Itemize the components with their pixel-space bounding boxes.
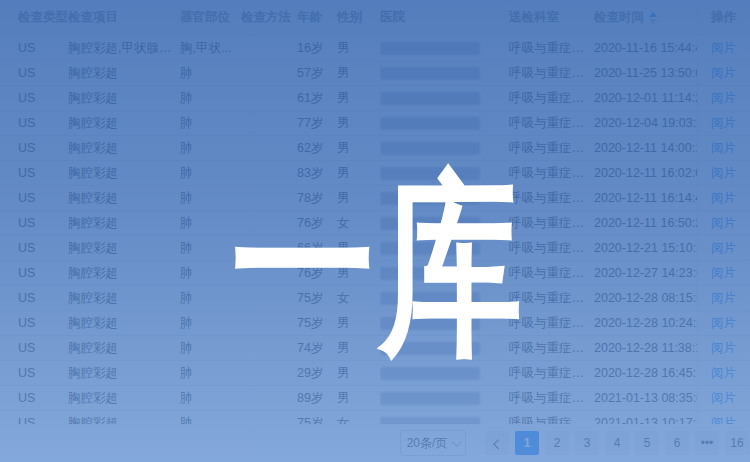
cell-value-dept: 呼吸与重症医... (509, 136, 588, 160)
page-button-16[interactable]: 16 (725, 431, 749, 455)
cell-item: 胸腔彩超 (68, 86, 180, 110)
cell-hospital (380, 136, 509, 160)
page-button-3[interactable]: 3 (575, 431, 599, 455)
read-film-link[interactable]: 阅片 (711, 315, 736, 332)
cell-hospital (380, 211, 509, 235)
cell-type: US (18, 111, 68, 135)
read-film-link[interactable]: 阅片 (711, 140, 736, 157)
cell-organ: 肺 (180, 111, 241, 135)
cell-value-organ: 肺 (180, 336, 193, 360)
cell-dept: 呼吸与重症医... (509, 261, 594, 285)
cell-value-item: 胸腔彩超 (68, 186, 118, 210)
cell-value-gender: 男 (337, 140, 350, 157)
cell-action: 阅片 (697, 286, 750, 310)
cell-type: US (18, 61, 68, 85)
cell-item: 胸腔彩超 (68, 236, 180, 260)
redacted-hospital-value (380, 317, 480, 330)
read-film-link[interactable]: 阅片 (711, 115, 736, 132)
column-header-hospital: 医院 (380, 0, 509, 35)
cell-age: 78岁 (297, 186, 337, 210)
cell-value-type: US (18, 216, 35, 230)
cell-dept: 呼吸与重症医... (509, 211, 594, 235)
more-pages-button[interactable]: ••• (695, 431, 719, 455)
cell-dept: 呼吸与重症医... (509, 61, 594, 85)
cell-gender: 男 (337, 386, 380, 410)
column-header-organ: 器官部位 (180, 0, 241, 35)
cell-type: US (18, 311, 68, 335)
cell-method (241, 111, 297, 135)
cell-hospital (380, 161, 509, 185)
cell-value-item: 胸腔彩超 (68, 111, 118, 135)
cell-value-age: 76岁 (297, 265, 323, 282)
cell-value-dept: 呼吸与重症医... (509, 261, 588, 285)
cell-dept: 呼吸与重症医... (509, 386, 594, 410)
column-header-label: 检查方法 (241, 9, 291, 26)
cell-value-dept: 呼吸与重症医... (509, 311, 588, 335)
cell-gender: 男 (337, 136, 380, 160)
cell-value-item: 胸腔彩超 (68, 386, 118, 410)
cell-value-organ: 肺 (180, 186, 193, 210)
redacted-hospital-value (380, 367, 480, 380)
cell-organ: 肺 (180, 211, 241, 235)
read-film-link[interactable]: 阅片 (711, 215, 736, 232)
cell-value-item: 胸腔彩超 (68, 61, 118, 85)
page-size-select[interactable]: 20条/页 (400, 430, 466, 456)
page-button-6[interactable]: 6 (665, 431, 689, 455)
redacted-hospital-value (380, 117, 480, 130)
cell-value-item: 胸腔彩超 (68, 261, 118, 285)
cell-value-gender: 男 (337, 90, 350, 107)
cell-value-time: 2020-12-01 11:14:21 (594, 91, 697, 105)
cell-organ: 肺 (180, 86, 241, 110)
table-row: US胸腔彩超肺83岁男呼吸与重症医...2020-12-11 16:02:05阅… (0, 161, 750, 186)
cell-age: 62岁 (297, 136, 337, 160)
cell-value-time: 2020-12-21 15:10:33 (594, 241, 697, 255)
page-button-2[interactable]: 2 (545, 431, 569, 455)
cell-age: 29岁 (297, 361, 337, 385)
read-film-link[interactable]: 阅片 (711, 165, 736, 182)
cell-age: 61岁 (297, 86, 337, 110)
cell-value-dept: 呼吸与重症医... (509, 86, 588, 110)
read-film-link[interactable]: 阅片 (711, 90, 736, 107)
redacted-hospital-value (380, 192, 480, 205)
cell-item: 胸腔彩超 (68, 286, 180, 310)
cell-value-gender: 男 (337, 315, 350, 332)
cell-method (241, 136, 297, 160)
cell-value-organ: 肺 (180, 86, 193, 110)
page-button-1[interactable]: 1 (515, 431, 539, 455)
page-button-4[interactable]: 4 (605, 431, 629, 455)
cell-gender: 男 (337, 111, 380, 135)
cell-value-dept: 呼吸与重症医... (509, 111, 588, 135)
cell-time: 2020-12-27 14:23:04 (594, 261, 697, 285)
cell-value-type: US (18, 366, 35, 380)
prev-page-button[interactable] (485, 431, 509, 455)
cell-organ: 肺 (180, 136, 241, 160)
read-film-link[interactable]: 阅片 (711, 40, 736, 57)
read-film-link[interactable]: 阅片 (711, 365, 736, 382)
cell-action: 阅片 (697, 261, 750, 285)
cell-age: 74岁 (297, 336, 337, 360)
cell-type: US (18, 236, 68, 260)
cell-value-time: 2020-12-28 10:24:30 (594, 316, 697, 330)
read-film-link[interactable]: 阅片 (711, 190, 736, 207)
read-film-link[interactable]: 阅片 (711, 290, 736, 307)
read-film-link[interactable]: 阅片 (711, 340, 736, 357)
page-button-5[interactable]: 5 (635, 431, 659, 455)
read-film-link[interactable]: 阅片 (711, 390, 736, 407)
cell-value-dept: 呼吸与重症医... (509, 336, 588, 360)
cell-action: 阅片 (697, 136, 750, 160)
cell-organ: 胸,甲状... (180, 36, 241, 60)
read-film-link[interactable]: 阅片 (711, 65, 736, 82)
read-film-link[interactable]: 阅片 (711, 240, 736, 257)
cell-time: 2020-11-16 15:44:49 (594, 36, 697, 60)
cell-hospital (380, 386, 509, 410)
cell-value-organ: 肺 (180, 261, 193, 285)
column-header-time[interactable]: 检查时间 (594, 0, 697, 35)
cell-hospital (380, 36, 509, 60)
cell-action: 阅片 (697, 236, 750, 260)
cell-action: 阅片 (697, 361, 750, 385)
sort-caret-icon[interactable] (649, 12, 657, 24)
read-film-link[interactable]: 阅片 (711, 265, 736, 282)
cell-age: 76岁 (297, 261, 337, 285)
cell-value-gender: 男 (337, 240, 350, 257)
cell-time: 2020-12-01 11:14:21 (594, 86, 697, 110)
